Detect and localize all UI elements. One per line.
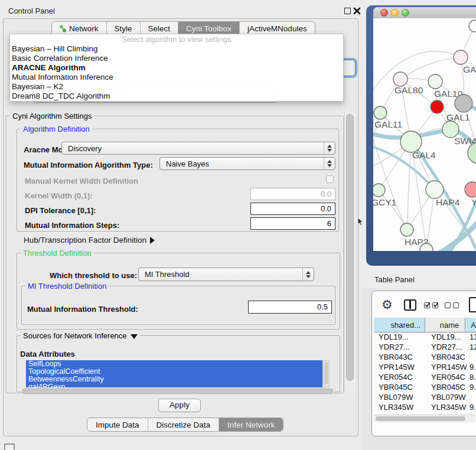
kernel-width-label: Kernel Width (0,1): <box>25 191 93 200</box>
table-row[interactable]: YBR045CYBR045C9. <box>374 382 476 392</box>
control-panel-title: Control Panel <box>8 6 55 15</box>
table-cell: YER054C <box>426 372 467 382</box>
table-row[interactable]: YDL19...YDL19...13 <box>374 332 476 342</box>
table-row[interactable]: YLR345WYLR345W9. <box>374 402 476 412</box>
minimized-panel-icon[interactable] <box>4 444 15 450</box>
apply-button[interactable]: Apply <box>158 399 201 412</box>
unchecked-checkbox-icon[interactable] <box>453 302 459 308</box>
table-cell: YDL19... <box>374 332 426 342</box>
unchecked-checkbox-icon[interactable] <box>445 302 451 308</box>
network-window-titlebar[interactable] <box>373 7 476 19</box>
close-traffic-light-icon[interactable] <box>380 9 388 17</box>
table-row[interactable]: YER054CYER054C8. <box>374 372 476 382</box>
bottom-tab-discretize-data[interactable]: Discretize Data <box>148 418 219 431</box>
network-node-gal4[interactable] <box>400 131 422 152</box>
kernel-width-field[interactable]: 0.0 <box>250 188 335 200</box>
attributes-list-scrollbar[interactable] <box>322 360 330 387</box>
table-horizontal-scrollbar[interactable] <box>374 415 475 422</box>
mi-algorithm-type-combo[interactable]: Naive Bayes <box>159 157 335 170</box>
algorithm-option[interactable]: Bayesian – K2 <box>10 82 343 92</box>
table-cell: YPR145W <box>374 362 426 372</box>
network-node-gal80[interactable] <box>393 72 407 86</box>
collapsed-arrow-icon <box>150 237 155 244</box>
table-cell: YBL079W <box>426 392 467 402</box>
attribute-item[interactable]: BetweennessCentrality <box>26 376 322 383</box>
network-node-gal1[interactable] <box>455 94 472 112</box>
checked-checkbox-icon[interactable] <box>424 302 430 308</box>
column-header-shared[interactable]: shared... <box>374 318 425 332</box>
network-node[interactable] <box>431 100 444 113</box>
gear-icon[interactable]: ⚙ <box>382 298 393 311</box>
column-header-partial[interactable]: A <box>465 318 476 332</box>
table-cell <box>467 392 476 402</box>
network-node-gcy1[interactable] <box>373 184 385 197</box>
which-threshold-label: Which threshold to use: <box>50 271 137 280</box>
table-cell: YIL052C <box>374 412 426 414</box>
table-cell: YBL079W <box>374 392 426 402</box>
sources-legend[interactable]: Sources for Network Inference <box>21 331 140 340</box>
document-icon[interactable] <box>469 297 476 312</box>
table-cell: 13 <box>467 332 476 342</box>
table-row[interactable]: YPR145WYPR145W9. <box>374 362 476 372</box>
manual-kernel-width-checkbox[interactable] <box>326 175 334 183</box>
network-node-gal[interactable] <box>454 50 468 64</box>
node-label: GCY1 <box>373 197 396 207</box>
table-row[interactable]: YDR27...YDR27...12 <box>374 342 476 352</box>
network-node-swi4[interactable] <box>442 121 459 138</box>
tab-label: jActiveMNodules <box>247 24 307 33</box>
settings-vertical-scrollbar[interactable] <box>344 112 356 392</box>
algorithm-option[interactable]: Basic Correlation Inference <box>10 54 343 63</box>
mi-threshold-label: Mutual Information Threshold: <box>27 305 138 314</box>
which-threshold-combo[interactable]: MI Threshold <box>138 268 314 281</box>
table-row[interactable]: YBR043CYBR043C <box>374 352 476 362</box>
attribute-item[interactable]: gal4RGexp <box>26 383 322 387</box>
network-canvas[interactable]: GALGAL80GAL10GAL1SWI4GAL11GAL4GCY1HAP4YH… <box>373 18 476 251</box>
network-node-hap2[interactable] <box>400 223 413 236</box>
network-node[interactable] <box>469 20 476 32</box>
control-panel-titlebar <box>0 0 366 18</box>
algorithm-option[interactable]: Bayesian – Hill Climbing <box>10 44 343 54</box>
cyni-settings-legend: Cyni Algorithm Settings <box>10 112 94 120</box>
mi-threshold-field[interactable]: 0.5 <box>248 301 332 314</box>
minimize-traffic-light-icon[interactable] <box>391 9 399 17</box>
tab-label: Cyni Toolbox <box>186 24 232 33</box>
dpi-tolerance-field[interactable]: 0.0 <box>250 203 335 215</box>
table-row[interactable]: YBL079WYBL079W <box>374 392 476 402</box>
close-icon[interactable] <box>353 6 361 14</box>
table-row[interactable]: YIL052CYIL052C8 <box>374 412 476 414</box>
network-node-y[interactable] <box>465 182 476 197</box>
stepper-icon <box>324 142 335 154</box>
network-node-gal11[interactable] <box>374 106 387 119</box>
node-label: GAL <box>463 64 476 74</box>
data-attributes-list[interactable]: SelfLoopsTopologicalCoefficientBetweenne… <box>26 360 322 387</box>
table-cell: YBR043C <box>426 352 467 362</box>
zoom-traffic-light-icon[interactable] <box>402 9 409 17</box>
table-cell: YLR345W <box>426 402 467 412</box>
aracne-mode-combo[interactable]: Discovery <box>61 142 335 155</box>
node-label: Y <box>471 197 476 207</box>
hub-definition-toggle[interactable]: Hub/Transcription Factor Definition <box>24 236 155 244</box>
node-label: GAL80 <box>395 85 423 95</box>
checked-checkbox-icon[interactable] <box>432 302 438 308</box>
algorithm-option[interactable]: ARACNE Algorithm <box>10 63 343 73</box>
bottom-tab-impute-data[interactable]: Impute Data <box>87 418 148 431</box>
algorithm-option[interactable]: Mutual Information Inference <box>10 73 343 82</box>
float-window-icon[interactable] <box>344 8 351 14</box>
split-columns-icon[interactable] <box>404 299 416 311</box>
bottom-tab-infer-network[interactable]: Infer Network <box>219 418 283 431</box>
algorithm-popup-prompt: Select algorithm to view settings <box>10 34 343 44</box>
column-header-name[interactable]: name <box>425 318 465 332</box>
table-cell: YER054C <box>374 372 426 382</box>
mouse-cursor <box>357 217 364 229</box>
node-label: HAP4 <box>436 197 460 207</box>
mi-threshold-legend: MI Threshold Definition <box>25 282 109 291</box>
table-cell: YPR145W <box>426 362 467 372</box>
network-node-gal10[interactable] <box>428 74 442 89</box>
table-cell: YBR045C <box>374 382 426 392</box>
mi-steps-field[interactable]: 6 <box>250 217 335 230</box>
sources-horizontal-scrollbar[interactable] <box>21 388 334 394</box>
tab-label: Network <box>69 24 99 33</box>
network-node-hap4[interactable] <box>426 181 444 198</box>
algorithm-option[interactable]: Dream8 DC_TDC Algorithm <box>10 92 343 101</box>
mi-steps-label: Mutual Information Steps: <box>25 221 119 230</box>
